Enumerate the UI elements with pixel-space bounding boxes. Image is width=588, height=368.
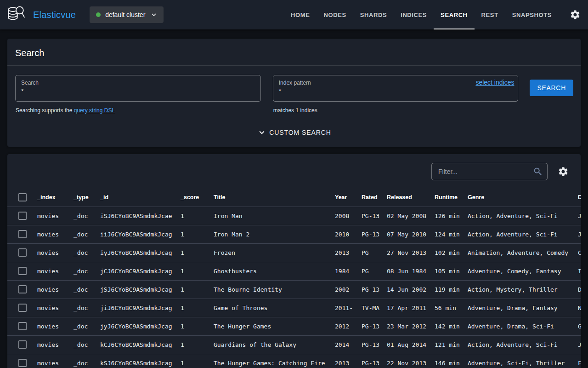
col-header-genre[interactable]: Genre — [460, 188, 571, 207]
cell-director: D — [571, 280, 581, 299]
cell-director: C — [571, 243, 581, 262]
row-checkbox[interactable] — [18, 212, 27, 220]
cell-type: _doc — [66, 225, 93, 243]
row-checkbox-cell — [7, 243, 30, 262]
search-icon — [533, 167, 543, 177]
col-header-score[interactable]: _score — [173, 188, 206, 207]
cell-year: 2010 — [328, 225, 354, 243]
col-header-title[interactable]: Title — [206, 188, 328, 207]
gear-icon — [558, 166, 569, 177]
cell-score: 1 — [173, 225, 206, 243]
filter-input[interactable] — [437, 167, 533, 176]
table-settings-button[interactable] — [558, 166, 569, 177]
cell-year: 2013 — [328, 354, 354, 368]
row-checkbox[interactable] — [18, 304, 27, 312]
table-row[interactable]: movies_dockCJ6CYoBC9ASmdmkJcag1Guardians… — [7, 335, 581, 354]
cell-title: Game of Thrones — [206, 299, 328, 317]
table-row[interactable]: movies_docjyJ6CYoBC9ASmdmkJcag1The Hunge… — [7, 317, 581, 335]
col-header-rated[interactable]: Rated — [354, 188, 379, 207]
nav-tab-indices[interactable]: INDICES — [394, 0, 434, 29]
brand[interactable]: Elasticvue — [6, 0, 76, 29]
nav-tab-home[interactable]: HOME — [284, 0, 317, 29]
row-checkbox[interactable] — [18, 340, 27, 349]
cell-id: jiJ6CYoBC9ASmdmkJcag — [93, 299, 173, 317]
cell-score: 1 — [173, 207, 206, 225]
cell-runtime: 102 min — [427, 243, 460, 262]
nav-tab-snapshots[interactable]: SNAPSHOTS — [505, 0, 559, 29]
table-row[interactable]: movies_dociyJ6CYoBC9ASmdmkJcag1Frozen201… — [7, 243, 581, 262]
cell-year: 2013 — [328, 243, 354, 262]
cell-director: G — [571, 317, 581, 335]
cell-type: _doc — [66, 335, 93, 354]
cell-runtime: 142 min — [427, 317, 460, 335]
row-checkbox-cell — [7, 225, 30, 243]
index-match-hint: matches 1 indices — [273, 107, 519, 114]
custom-search-toggle[interactable]: CUSTOM SEARCH — [7, 114, 581, 147]
cell-released: 23 Mar 2012 — [379, 317, 427, 335]
table-row[interactable]: movies_dociSJ6CYoBC9ASmdmkJcae1Iron Man2… — [7, 207, 581, 225]
cell-score: 1 — [173, 299, 206, 317]
cell-title: Iron Man — [206, 207, 328, 225]
page-title: Search — [7, 39, 581, 65]
row-checkbox-cell — [7, 354, 30, 368]
select-all-checkbox[interactable] — [18, 193, 27, 201]
table-row[interactable]: movies_dockSJ6CYoBC9ASmdmkJcag1The Hunge… — [7, 354, 581, 368]
row-checkbox[interactable] — [18, 285, 27, 293]
cell-title: Iron Man 2 — [206, 225, 328, 243]
nav-tab-search[interactable]: SEARCH — [434, 0, 475, 29]
cell-rated: PG — [354, 262, 379, 280]
select-all-cell — [7, 188, 30, 207]
col-header-id[interactable]: _id — [93, 188, 173, 207]
cell-rated: PG-13 — [354, 207, 379, 225]
table-row[interactable]: movies_dociiJ6CYoBC9ASmdmkJcag1Iron Man … — [7, 225, 581, 243]
table-row[interactable]: movies_docjiJ6CYoBC9ASmdmkJcag1Game of T… — [7, 299, 581, 317]
nav-tab-nodes[interactable]: NODES — [317, 0, 353, 29]
cell-runtime: 124 min — [427, 225, 460, 243]
gear-icon — [570, 9, 581, 20]
cell-title: The Hunger Games — [206, 317, 328, 335]
index-pattern-input[interactable]: Index pattern * select indices — [273, 75, 519, 102]
row-checkbox[interactable] — [18, 322, 27, 330]
table-header-row: _index _type _id _score Title Year Rated… — [7, 188, 581, 207]
col-header-index[interactable]: _index — [30, 188, 66, 207]
nav-tabs: HOME NODES SHARDS INDICES SEARCH REST SN… — [284, 0, 559, 29]
cell-rated: PG-13 — [354, 280, 379, 299]
col-header-released[interactable]: Released — [379, 188, 427, 207]
table-row[interactable]: movies_docjCJ6CYoBC9ASmdmkJcag1Ghostbust… — [7, 262, 581, 280]
query-string-dsl-link[interactable]: query string DSL — [74, 107, 115, 114]
cell-index: movies — [30, 207, 66, 225]
cell-type: _doc — [66, 299, 93, 317]
col-header-runtime[interactable]: Runtime — [427, 188, 460, 207]
row-checkbox[interactable] — [18, 267, 27, 275]
cluster-selector-button[interactable]: default cluster — [90, 6, 164, 23]
cell-score: 1 — [173, 335, 206, 354]
select-indices-link[interactable]: select indices — [475, 79, 514, 86]
row-checkbox[interactable] — [18, 230, 27, 238]
cell-id: iiJ6CYoBC9ASmdmkJcag — [93, 225, 173, 243]
query-hint: Searching supports the query string DSL — [15, 107, 261, 114]
cell-index: movies — [30, 225, 66, 243]
app-title: Elasticvue — [33, 10, 76, 20]
row-checkbox[interactable] — [18, 248, 27, 257]
cell-director: I — [571, 262, 581, 280]
search-button[interactable]: SEARCH — [530, 80, 573, 96]
results-card: _index _type _id _score Title Year Rated… — [7, 154, 581, 368]
results-toolbar — [7, 154, 581, 188]
col-header-type[interactable]: _type — [66, 188, 93, 207]
nav-tab-rest[interactable]: REST — [475, 0, 505, 29]
cell-genre: Adventure, Drama, Fantasy — [460, 299, 571, 317]
cell-year: 2008 — [328, 207, 354, 225]
settings-button[interactable] — [570, 0, 581, 29]
cell-year: 1984 — [328, 262, 354, 280]
nav-tab-shards[interactable]: SHARDS — [353, 0, 394, 29]
cell-title: Frozen — [206, 243, 328, 262]
filter-field[interactable] — [431, 163, 548, 180]
col-header-year[interactable]: Year — [328, 188, 354, 207]
cell-genre: Animation, Adventure, Comedy — [460, 243, 571, 262]
table-row[interactable]: movies_docjSJ6CYoBC9ASmdmkJcag1The Bourn… — [7, 280, 581, 299]
results-table-body: movies_dociSJ6CYoBC9ASmdmkJcae1Iron Man2… — [7, 207, 581, 368]
row-checkbox[interactable] — [18, 359, 27, 367]
cell-year: 2011- — [328, 299, 354, 317]
col-header-director[interactable]: Director — [571, 188, 581, 207]
search-query-input[interactable]: Search * — [15, 75, 261, 102]
